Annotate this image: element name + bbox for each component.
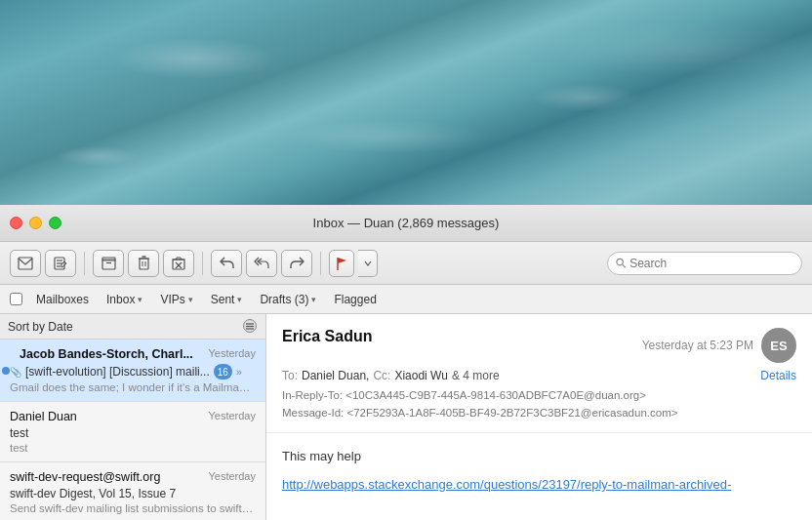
cc-name: Xiaodi Wu: [394, 369, 447, 382]
title-bar: Inbox — Duan (2,869 messages): [0, 205, 812, 242]
body-intro: This may help: [282, 447, 796, 466]
sender-name: swift-dev-request@swift.org: [10, 470, 160, 484]
email-sender-name: Erica Sadun: [282, 328, 372, 345]
message-list: Jacob Bandes-Storch, Charl... Yesterday …: [0, 340, 265, 520]
drafts-chevron-icon: ▾: [311, 295, 316, 304]
inbox-chevron-icon: ▾: [138, 295, 142, 304]
nav-inbox[interactable]: Inbox ▾: [99, 291, 150, 308]
minimize-button[interactable]: [29, 217, 42, 229]
message-preview: test: [10, 442, 256, 454]
nav-sent[interactable]: Sent ▾: [203, 291, 251, 308]
email-date: Yesterday at 5:23 PM: [642, 339, 753, 352]
toolbar-separator-1: [84, 252, 85, 275]
junk-button[interactable]: [163, 250, 194, 277]
toolbar-separator-3: [320, 252, 321, 275]
forward-button[interactable]: [281, 250, 312, 277]
thread-expand-icon: »: [236, 366, 242, 378]
message-header: Jacob Bandes-Storch, Charl... Yesterday: [10, 347, 256, 361]
toolbar: [0, 242, 812, 285]
in-reply-to: In-Reply-To: <10C3A445-C9B7-445A-9814-63…: [282, 386, 796, 404]
window-title: Inbox — Duan (2,869 messages): [313, 216, 500, 230]
mail-window: Inbox — Duan (2,869 messages): [0, 205, 812, 520]
message-id: Message-Id: <72F5293A-1A8F-405B-BF49-2B7…: [282, 404, 796, 421]
close-button[interactable]: [10, 217, 22, 229]
compose-button[interactable]: [45, 250, 76, 277]
list-item[interactable]: Daniel Duan Yesterday test test: [0, 402, 265, 462]
email-body: This may help http://webapps.stackexchan…: [266, 433, 812, 520]
nav-bar: Mailboxes Inbox ▾ VIPs ▾ Sent ▾ Drafts (…: [0, 285, 812, 314]
attachment-icon: 📎: [10, 367, 21, 378]
sort-by-date-label[interactable]: Sort by Date: [8, 320, 73, 334]
delete-button[interactable]: [128, 250, 159, 277]
message-header: swift-dev-request@swift.org Yesterday: [10, 470, 256, 484]
svg-point-19: [617, 259, 623, 264]
unread-indicator: [2, 367, 10, 375]
email-date-avatar: Yesterday at 5:23 PM ES: [642, 328, 796, 363]
svg-rect-8: [140, 259, 148, 269]
sender-name: Jacob Bandes-Storch, Charl...: [20, 347, 193, 361]
flag-button[interactable]: [329, 250, 354, 277]
message-preview: Gmail does the same; I wonder if it's a …: [10, 381, 256, 393]
sent-chevron-icon: ▾: [237, 295, 242, 304]
cc-more: & 4 more: [452, 369, 500, 382]
search-icon: [616, 258, 626, 268]
unread-count-badge: 16: [214, 364, 232, 380]
archive-button[interactable]: [93, 250, 124, 277]
message-list-panel: Sort by Date Jacob Bandes-Storch, Charl.: [0, 314, 266, 520]
details-link[interactable]: Details: [760, 369, 796, 382]
message-date: Yesterday: [208, 410, 256, 421]
avatar: ES: [761, 328, 796, 363]
message-date: Yesterday: [208, 470, 256, 482]
svg-rect-0: [19, 258, 32, 269]
message-subject: swift-dev Digest, Vol 15, Issue 7: [10, 487, 256, 500]
search-field[interactable]: [607, 252, 802, 275]
sort-icon: [242, 319, 258, 335]
message-date: Yesterday: [208, 347, 256, 359]
flag-dropdown-button[interactable]: [358, 250, 378, 277]
message-preview: Send swift-dev mailing list submissions …: [10, 502, 256, 514]
email-from-line: Erica Sadun Yesterday at 5:23 PM ES: [282, 328, 796, 363]
svg-rect-13: [173, 260, 184, 269]
select-all-checkbox[interactable]: [10, 293, 22, 305]
email-header: Erica Sadun Yesterday at 5:23 PM ES To: …: [266, 314, 812, 433]
sort-bar[interactable]: Sort by Date: [0, 314, 265, 340]
message-subject: test: [10, 426, 256, 440]
sender-name: Daniel Duan: [10, 410, 77, 423]
main-content: Sort by Date Jacob Bandes-Storch, Charl.: [0, 314, 812, 520]
svg-marker-18: [338, 258, 346, 263]
maximize-button[interactable]: [49, 217, 61, 229]
svg-line-20: [623, 264, 626, 267]
email-recipients: To: Daniel Duan, Cc: Xiaodi Wu & 4 more …: [282, 369, 796, 382]
nav-mailboxes[interactable]: Mailboxes: [28, 291, 97, 308]
nav-flagged[interactable]: Flagged: [326, 291, 384, 308]
vips-chevron-icon: ▾: [188, 295, 193, 304]
to-label: To:: [282, 369, 298, 382]
message-subject: 📎 [swift-evolution] [Discussion] maili..…: [10, 364, 256, 380]
toolbar-separator-2: [202, 252, 203, 275]
nav-drafts[interactable]: Drafts (3) ▾: [252, 291, 324, 308]
body-link[interactable]: http://webapps.stackexchange.com/questio…: [282, 477, 731, 492]
get-mail-button[interactable]: [10, 250, 41, 277]
reply-button[interactable]: [211, 250, 242, 277]
search-input[interactable]: [629, 257, 793, 270]
traffic-lights: [10, 217, 61, 229]
reply-all-button[interactable]: [246, 250, 277, 277]
list-item[interactable]: Jacob Bandes-Storch, Charl... Yesterday …: [0, 340, 265, 402]
email-meta: In-Reply-To: <10C3A445-C9B7-445A-9814-63…: [282, 386, 796, 422]
cc-label: Cc:: [373, 369, 390, 382]
list-item[interactable]: swift-dev-request@swift.org Yesterday sw…: [0, 462, 265, 520]
reading-pane: Erica Sadun Yesterday at 5:23 PM ES To: …: [266, 314, 812, 520]
desktop-background: [0, 0, 812, 205]
nav-vips[interactable]: VIPs ▾: [152, 291, 200, 308]
to-name: Daniel Duan,: [302, 369, 369, 382]
message-header: Daniel Duan Yesterday: [10, 410, 256, 423]
